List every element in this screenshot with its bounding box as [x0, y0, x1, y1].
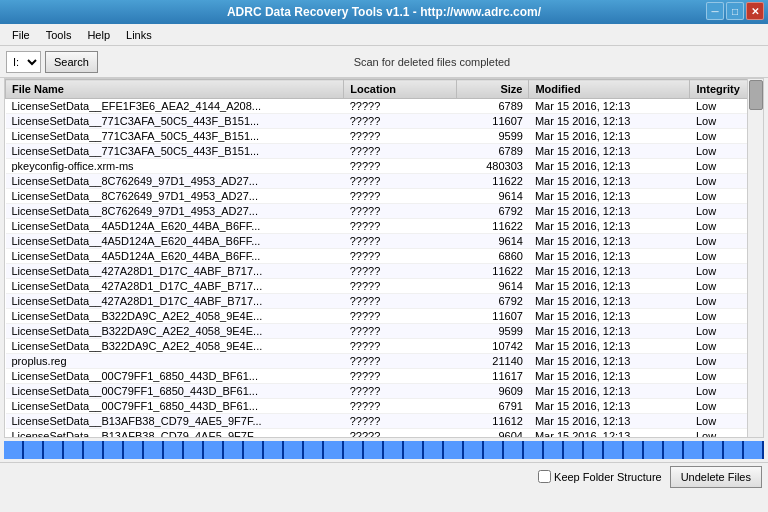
- cell-2: 6860: [456, 249, 528, 264]
- keep-folder-structure-label[interactable]: Keep Folder Structure: [538, 470, 662, 483]
- cell-2: 11622: [456, 219, 528, 234]
- table-row[interactable]: LicenseSetData__8C762649_97D1_4953_AD27.…: [6, 174, 763, 189]
- table-row[interactable]: LicenseSetData__00C79FF1_6850_443D_BF61.…: [6, 384, 763, 399]
- progress-segment: [124, 441, 144, 459]
- table-row[interactable]: LicenseSetData__00C79FF1_6850_443D_BF61.…: [6, 369, 763, 384]
- progress-segment: [184, 441, 204, 459]
- drive-select[interactable]: I:: [6, 51, 41, 73]
- menu-links[interactable]: Links: [118, 27, 160, 43]
- menu-tools[interactable]: Tools: [38, 27, 80, 43]
- table-row[interactable]: LicenseSetData__771C3AFA_50C5_443F_B151.…: [6, 144, 763, 159]
- cell-3: Mar 15 2016, 12:13: [529, 129, 690, 144]
- cell-1: ?????: [344, 369, 457, 384]
- col-header-location: Location: [344, 80, 457, 99]
- cell-2: 9609: [456, 384, 528, 399]
- cell-0: LicenseSetData__B13AFB38_CD79_4AE5_9F7F.…: [6, 414, 344, 429]
- cell-2: 480303: [456, 159, 528, 174]
- cell-3: Mar 15 2016, 12:13: [529, 324, 690, 339]
- cell-2: 9604: [456, 429, 528, 439]
- progress-segment: [304, 441, 324, 459]
- minimize-button[interactable]: ─: [706, 2, 724, 20]
- table-row[interactable]: LicenseSetData__B13AFB38_CD79_4AE5_9F7F.…: [6, 414, 763, 429]
- undelete-button[interactable]: Undelete Files: [670, 466, 762, 488]
- cell-2: 11622: [456, 174, 528, 189]
- table-row[interactable]: LicenseSetData__427A28D1_D17C_4ABF_B717.…: [6, 264, 763, 279]
- scan-status: Scan for deleted files completed: [102, 56, 762, 68]
- progress-segment: [24, 441, 44, 459]
- cell-0: LicenseSetData__B322DA9C_A2E2_4058_9E4E.…: [6, 309, 344, 324]
- progress-segment: [604, 441, 624, 459]
- cell-0: LicenseSetData__4A5D124A_E620_44BA_B6FF.…: [6, 234, 344, 249]
- menu-help[interactable]: Help: [79, 27, 118, 43]
- table-row[interactable]: LicenseSetData__B322DA9C_A2E2_4058_9E4E.…: [6, 324, 763, 339]
- cell-1: ?????: [344, 264, 457, 279]
- scrollbar[interactable]: [747, 79, 763, 437]
- cell-1: ?????: [344, 144, 457, 159]
- progress-segment: [444, 441, 464, 459]
- table-row[interactable]: LicenseSetData__771C3AFA_50C5_443F_B151.…: [6, 129, 763, 144]
- progress-segment: [524, 441, 544, 459]
- cell-0: LicenseSetData__427A28D1_D17C_4ABF_B717.…: [6, 264, 344, 279]
- table-row[interactable]: LicenseSetData__4A5D124A_E620_44BA_B6FF.…: [6, 234, 763, 249]
- cell-3: Mar 15 2016, 12:13: [529, 384, 690, 399]
- cell-3: Mar 15 2016, 12:13: [529, 294, 690, 309]
- table-row[interactable]: pkeyconfig-office.xrm-ms?????480303Mar 1…: [6, 159, 763, 174]
- table-row[interactable]: LicenseSetData__4A5D124A_E620_44BA_B6FF.…: [6, 219, 763, 234]
- cell-3: Mar 15 2016, 12:13: [529, 429, 690, 439]
- menu-bar: File Tools Help Links: [0, 24, 768, 46]
- table-row[interactable]: LicenseSetData__8C762649_97D1_4953_AD27.…: [6, 189, 763, 204]
- scroll-thumb[interactable]: [749, 80, 763, 110]
- cell-3: Mar 15 2016, 12:13: [529, 159, 690, 174]
- cell-3: Mar 15 2016, 12:13: [529, 219, 690, 234]
- progress-segment: [84, 441, 104, 459]
- table-row[interactable]: LicenseSetData__4A5D124A_E620_44BA_B6FF.…: [6, 249, 763, 264]
- progress-segment: [4, 441, 24, 459]
- table-row[interactable]: LicenseSetData__B322DA9C_A2E2_4058_9E4E.…: [6, 309, 763, 324]
- table-row[interactable]: LicenseSetData__427A28D1_D17C_4ABF_B717.…: [6, 294, 763, 309]
- menu-file[interactable]: File: [4, 27, 38, 43]
- cell-2: 11622: [456, 264, 528, 279]
- app-title: ADRC Data Recovery Tools v1.1 - http://w…: [227, 5, 541, 19]
- table-row[interactable]: LicenseSetData__EFE1F3E6_AEA2_4144_A208.…: [6, 99, 763, 114]
- progress-segment: [464, 441, 484, 459]
- cell-1: ?????: [344, 204, 457, 219]
- cell-1: ?????: [344, 279, 457, 294]
- cell-2: 11617: [456, 369, 528, 384]
- cell-1: ?????: [344, 234, 457, 249]
- table-row[interactable]: LicenseSetData__8C762649_97D1_4953_AD27.…: [6, 204, 763, 219]
- progress-segment: [644, 441, 664, 459]
- file-table: File Name Location Size Modified Integri…: [5, 79, 763, 438]
- table-row[interactable]: LicenseSetData__00C79FF1_6850_443D_BF61.…: [6, 399, 763, 414]
- cell-0: proplus.reg: [6, 354, 344, 369]
- progress-segment: [44, 441, 64, 459]
- table-row[interactable]: LicenseSetData__B322DA9C_A2E2_4058_9E4E.…: [6, 339, 763, 354]
- cell-0: LicenseSetData__B322DA9C_A2E2_4058_9E4E.…: [6, 339, 344, 354]
- search-button[interactable]: Search: [45, 51, 98, 73]
- file-table-container: File Name Location Size Modified Integri…: [4, 78, 764, 438]
- cell-1: ?????: [344, 309, 457, 324]
- table-row[interactable]: LicenseSetData__771C3AFA_50C5_443F_B151.…: [6, 114, 763, 129]
- cell-0: LicenseSetData__427A28D1_D17C_4ABF_B717.…: [6, 294, 344, 309]
- maximize-button[interactable]: □: [726, 2, 744, 20]
- cell-3: Mar 15 2016, 12:13: [529, 414, 690, 429]
- progress-segment: [324, 441, 344, 459]
- cell-2: 6792: [456, 294, 528, 309]
- cell-3: Mar 15 2016, 12:13: [529, 249, 690, 264]
- keep-folder-text: Keep Folder Structure: [554, 471, 662, 483]
- progress-segment: [64, 441, 84, 459]
- table-row[interactable]: LicenseSetData__427A28D1_D17C_4ABF_B717.…: [6, 279, 763, 294]
- cell-2: 9614: [456, 279, 528, 294]
- cell-3: Mar 15 2016, 12:13: [529, 99, 690, 114]
- cell-0: pkeyconfig-office.xrm-ms: [6, 159, 344, 174]
- cell-3: Mar 15 2016, 12:13: [529, 369, 690, 384]
- close-button[interactable]: ✕: [746, 2, 764, 20]
- progress-segment: [744, 441, 764, 459]
- table-row[interactable]: proplus.reg?????21140Mar 15 2016, 12:13L…: [6, 354, 763, 369]
- cell-0: LicenseSetData__4A5D124A_E620_44BA_B6FF.…: [6, 219, 344, 234]
- table-row[interactable]: LicenseSetData__B13AFB38_CD79_4AE5_9F7F.…: [6, 429, 763, 439]
- cell-0: LicenseSetData__EFE1F3E6_AEA2_4144_A208.…: [6, 99, 344, 114]
- cell-2: 9599: [456, 129, 528, 144]
- keep-folder-checkbox[interactable]: [538, 470, 551, 483]
- cell-2: 10742: [456, 339, 528, 354]
- progress-segment: [244, 441, 264, 459]
